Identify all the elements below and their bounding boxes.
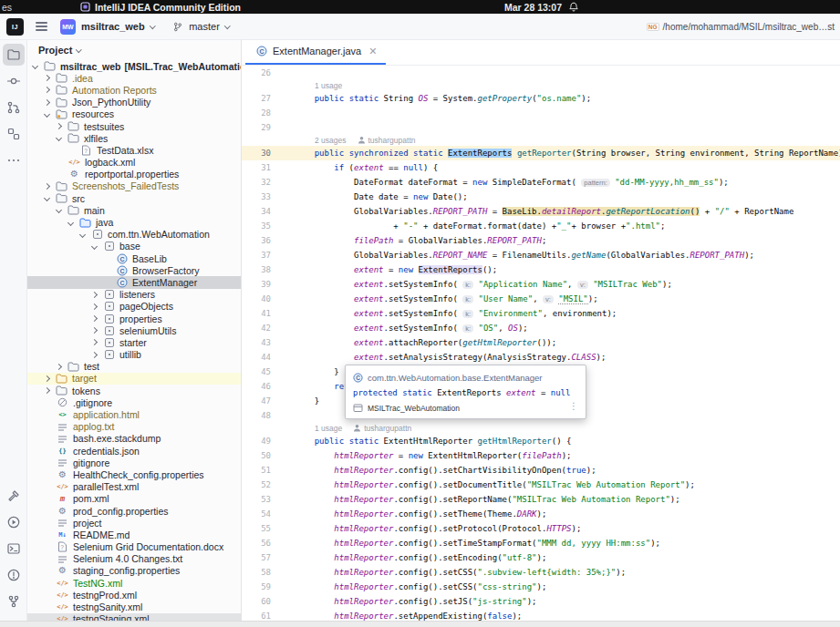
tree-item-com-ttn-webautomation[interactable]: com.ttn.WebAutomation <box>27 229 241 241</box>
tree-item-pageobjects[interactable]: pageObjects <box>27 301 241 313</box>
line-number[interactable]: 60 <box>242 597 271 606</box>
code-line-61[interactable]: 61 htmlReporter.setAppendExisting(false)… <box>242 609 840 621</box>
tab-extentmanager[interactable]: C ExtentManager.java ✕ <box>245 39 386 65</box>
code-line-37[interactable]: 37 GlobalVariables.REPORT_NAME = Filenam… <box>242 248 840 262</box>
chevron-right-icon[interactable] <box>91 315 98 322</box>
tree-item-seleniumutils[interactable]: seleniumUtils <box>27 324 241 336</box>
intellij-logo[interactable]: IJ <box>6 18 24 36</box>
code-line-29[interactable]: 29 <box>242 120 840 135</box>
line-number[interactable]: 33 <box>242 192 271 201</box>
code-line-56[interactable]: 56 htmlReporter.config().setTimeStampFor… <box>242 536 840 550</box>
line-number[interactable]: 50 <box>242 451 271 460</box>
tree-item-paralleltest-xml[interactable]: </>parallelTest.xml <box>27 481 241 493</box>
chevron-right-icon[interactable] <box>44 99 50 106</box>
line-number[interactable]: 31 <box>242 163 271 172</box>
chevron-right-icon[interactable] <box>44 87 50 93</box>
tree-item-prod-config-properties[interactable]: ⚙prod_config.properties <box>27 505 241 517</box>
chevron-right-icon[interactable] <box>91 339 98 345</box>
tree-item-project[interactable]: project <box>27 517 241 529</box>
line-number[interactable]: 28 <box>242 108 271 118</box>
code-line-30[interactable]: 30 public synchronized static ExtentRepo… <box>242 146 840 160</box>
chevron-down-icon[interactable] <box>44 111 50 118</box>
code-line-41[interactable]: 41 extent.setSystemInfo( k: "Environment… <box>242 306 840 321</box>
project-panel-header[interactable]: Project <box>27 40 241 60</box>
line-number[interactable]: 37 <box>242 251 271 260</box>
chevron-down-icon[interactable] <box>79 231 86 238</box>
line-number[interactable]: 44 <box>242 353 271 362</box>
tree-item-healthcheck-config-properties[interactable]: ⚙HealthCheck_config.properties <box>27 468 241 480</box>
tree-item-browserfactory[interactable]: CBrowserFactory <box>27 264 241 276</box>
tree-item-screenshots-failedtests[interactable]: Screenshots_FailedTests <box>27 180 241 192</box>
tree-item-selenium-4-0-changes-txt[interactable]: Selenium 4.0 Changes.txt <box>27 553 241 565</box>
tree-item-application-html[interactable]: <>application.html <box>27 408 241 420</box>
code-line-58[interactable]: 58 htmlReporter.config().setCSS(".subvie… <box>242 565 840 580</box>
chevron-right-icon[interactable] <box>91 292 98 298</box>
activities-fragment[interactable]: es <box>2 2 12 13</box>
more-tools-icon[interactable] <box>3 149 25 171</box>
code-line-51[interactable]: 51 htmlReporter.config().setChartVisibil… <box>242 463 840 478</box>
line-number[interactable]: 32 <box>242 178 271 187</box>
kebab-menu-icon[interactable]: ⋮ <box>569 401 578 411</box>
line-number[interactable]: 54 <box>242 509 271 519</box>
author-hint[interactable]: tushargupattn <box>353 424 411 434</box>
line-number[interactable]: 35 <box>242 221 271 231</box>
tree-item-json-pythonutility[interactable]: Json_PythonUtility <box>27 97 241 108</box>
tree-item-applog-txt[interactable]: applog.txt <box>27 421 241 433</box>
tree-item-test[interactable]: test <box>27 361 241 373</box>
tree-item-java[interactable]: java <box>27 216 241 228</box>
tree-item-src[interactable]: src <box>27 192 241 204</box>
code-line-26[interactable]: 26 <box>242 66 840 80</box>
line-number[interactable]: 51 <box>242 466 271 475</box>
line-number[interactable]: 55 <box>242 524 271 533</box>
line-number[interactable]: 29 <box>242 123 271 132</box>
code-line-55[interactable]: 55 htmlReporter.config().setProtocol(Pro… <box>242 521 840 536</box>
code-line-57[interactable]: 57 htmlReporter.config().setEncoding("ut… <box>242 550 840 565</box>
chevron-down-icon[interactable] <box>91 243 98 250</box>
build-icon[interactable] <box>3 485 25 507</box>
chevron-down-icon[interactable] <box>67 219 74 225</box>
code-line-38[interactable]: 38 extent = new ExtentReports(); <box>242 262 840 277</box>
line-number[interactable]: 36 <box>242 236 271 245</box>
tree-item-logback-xml[interactable]: </>logback.xml <box>27 157 241 169</box>
code-line-27[interactable]: 27 public static String OS = System.getP… <box>242 91 840 106</box>
line-number[interactable]: 52 <box>242 480 271 489</box>
tree-item-resources[interactable]: resources <box>27 108 241 120</box>
tree-item-main[interactable]: main <box>27 204 241 216</box>
chevron-right-icon[interactable] <box>44 183 50 190</box>
line-number[interactable]: 43 <box>242 338 271 347</box>
chevron-down-icon[interactable] <box>56 207 62 213</box>
line-number[interactable]: 56 <box>242 539 271 548</box>
clock[interactable]: Mar 28 13:07 <box>504 2 562 13</box>
tree-item-utillib[interactable]: utillib <box>27 349 241 361</box>
line-number[interactable]: 39 <box>242 280 271 289</box>
code-line-54[interactable]: 54 htmlReporter.config().setTheme(Theme.… <box>242 507 840 521</box>
tree-item-gitignore[interactable]: gitignore <box>27 457 241 468</box>
tree-item-testng-xml[interactable]: </>TestNG.xml <box>27 577 241 589</box>
usages-hint[interactable]: 1 usage <box>242 80 840 91</box>
code-line-44[interactable]: 44 extent.setAnalysisStrategy(AnalysisSt… <box>242 350 840 365</box>
tree-item-testngstaging-xml[interactable]: </>testngStaging.xml <box>27 613 241 621</box>
chevron-right-icon[interactable] <box>91 303 98 310</box>
project-icon[interactable] <box>3 44 25 66</box>
code-line-36[interactable]: 36 filePath = GlobalVariables.REPORT_PAT… <box>242 233 840 248</box>
line-number[interactable]: 38 <box>242 265 271 274</box>
main-menu-button[interactable] <box>36 22 47 30</box>
code-line-39[interactable]: 39 extent.setSystemInfo( k: "Application… <box>242 277 840 292</box>
code-line-43[interactable]: 43 extent.attachReporter(getHtmlReporter… <box>242 335 840 350</box>
code-line-49[interactable]: 49 public static ExtentHtmlReporter getH… <box>242 434 840 448</box>
line-number[interactable]: 46 <box>242 382 271 391</box>
pull-requests-icon[interactable] <box>3 97 25 118</box>
tree-item-base[interactable]: base <box>27 241 241 252</box>
chevron-down-icon[interactable] <box>32 63 38 69</box>
line-number[interactable]: 42 <box>242 324 271 333</box>
code-line-52[interactable]: 52 htmlReporter.config().setDocumentTitl… <box>242 478 840 492</box>
usages-hint[interactable]: 2 usagestushargupattn <box>242 135 840 146</box>
vcs-branch-selector[interactable]: master <box>172 21 229 33</box>
code-line-34[interactable]: 34 GlobalVariables.REPORT_PATH = BaseLib… <box>242 204 840 219</box>
tree-item-reportportal-properties[interactable]: ⚙reportportal.properties <box>27 169 241 180</box>
tree-item-target[interactable]: target <box>27 373 241 385</box>
code-line-28[interactable]: 28 <box>242 106 840 120</box>
chevron-right-icon[interactable] <box>56 364 62 370</box>
line-number[interactable]: 58 <box>242 568 271 577</box>
project-avatar[interactable]: MW <box>60 19 76 35</box>
